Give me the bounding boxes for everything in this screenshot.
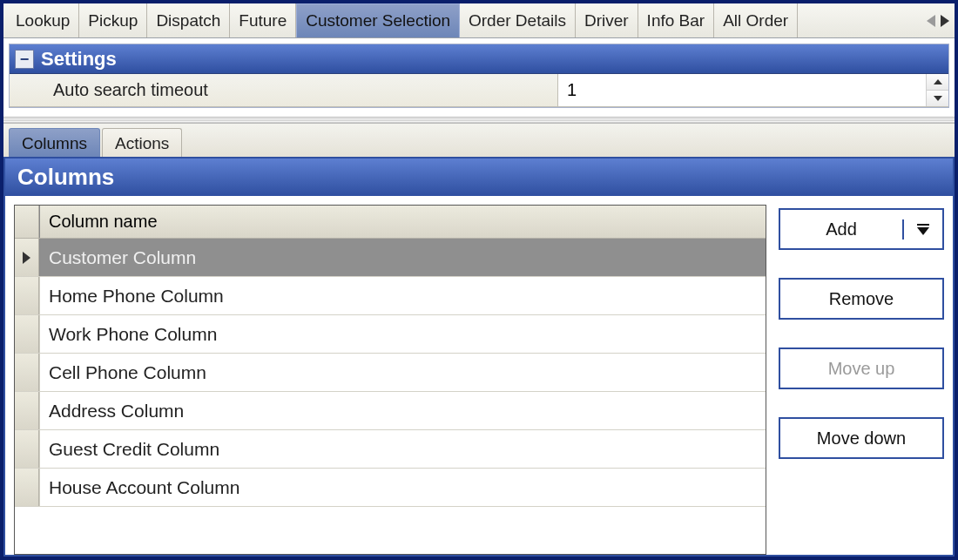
tab-scroll-right-icon[interactable] [941,15,949,27]
inner-tab-actions[interactable]: Actions [102,128,182,157]
move-down-button[interactable]: Move down [779,417,944,459]
inner-tabstrip: ColumnsActions [3,124,955,159]
settings-header: − Settings [10,44,948,74]
add-button-dropdown[interactable] [904,224,942,235]
spinner-down-button[interactable] [927,91,948,106]
grid-button-column: Add Remove Move up Move down [779,205,944,555]
row-handle[interactable] [15,430,39,468]
row-handle[interactable] [15,469,39,506]
auto-search-timeout-label: Auto search timeout [10,74,558,106]
top-tab-dispatch[interactable]: Dispatch [147,3,230,37]
column-name-cell[interactable]: House Account Column [39,469,766,506]
table-row[interactable]: Work Phone Column [15,315,766,354]
table-row[interactable]: House Account Column [15,469,766,507]
add-button[interactable]: Add [779,208,944,250]
row-handle[interactable] [15,239,39,276]
add-button-label[interactable]: Add [780,219,904,240]
column-name-cell[interactable]: Home Phone Column [39,277,766,314]
table-row[interactable]: Cell Phone Column [15,354,766,392]
grid-header-column-name[interactable]: Column name [39,206,766,238]
tab-scroll-left-icon[interactable] [927,15,935,27]
columns-panel-title: Columns [5,159,953,196]
column-name-cell[interactable]: Cell Phone Column [39,354,766,391]
settings-group: − Settings Auto search timeout [9,44,949,108]
table-row[interactable]: Customer Column [15,239,766,277]
auto-search-timeout-input[interactable] [558,74,926,106]
row-handle[interactable] [15,354,39,391]
columns-panel-body: Column name Customer ColumnHome Phone Co… [5,196,953,555]
column-name-cell[interactable]: Address Column [39,392,766,429]
settings-title: Settings [41,48,117,71]
columns-grid: Column name Customer ColumnHome Phone Co… [14,205,766,555]
grid-body: Customer ColumnHome Phone ColumnWork Pho… [15,239,766,554]
table-row[interactable]: Address Column [15,392,766,430]
row-handle[interactable] [15,277,39,314]
settings-row: Auto search timeout [10,74,948,107]
collapse-button[interactable]: − [15,50,34,69]
splitter[interactable] [3,117,955,124]
tab-scroll-arrows [923,3,955,37]
column-name-cell[interactable]: Guest Credit Column [39,430,766,468]
top-tab-pickup[interactable]: Pickup [79,3,147,37]
column-name-cell[interactable]: Work Phone Column [39,315,766,353]
grid-header-row: Column name [15,206,766,239]
top-tabstrip: LookupPickupDispatchFutureCustomer Selec… [3,3,955,38]
top-tab-info-bar[interactable]: Info Bar [638,3,715,37]
row-handle[interactable] [15,315,39,353]
top-tab-driver[interactable]: Driver [576,3,638,37]
move-up-button[interactable]: Move up [779,347,944,389]
top-tab-customer-selection[interactable]: Customer Selection [296,3,460,37]
top-tab-future[interactable]: Future [230,3,296,37]
auto-search-timeout-field-wrap [558,74,948,106]
top-tab-order-details[interactable]: Order Details [460,3,576,37]
column-name-cell[interactable]: Customer Column [39,239,766,276]
inner-tab-columns[interactable]: Columns [9,128,100,157]
spinner-up-button[interactable] [927,74,948,91]
row-handle[interactable] [15,392,39,429]
columns-panel: Columns Column name Customer ColumnHome … [3,159,955,557]
gap [9,108,949,117]
table-row[interactable]: Home Phone Column [15,277,766,315]
spinner-buttons [926,74,948,106]
top-tab-lookup[interactable]: Lookup [7,3,79,37]
remove-button[interactable]: Remove [779,278,944,320]
top-tab-all-order[interactable]: All Order [714,3,798,37]
app-frame: LookupPickupDispatchFutureCustomer Selec… [0,0,958,560]
grid-row-handle-header [15,206,39,238]
table-row[interactable]: Guest Credit Column [15,430,766,469]
dropdown-icon [917,224,929,235]
